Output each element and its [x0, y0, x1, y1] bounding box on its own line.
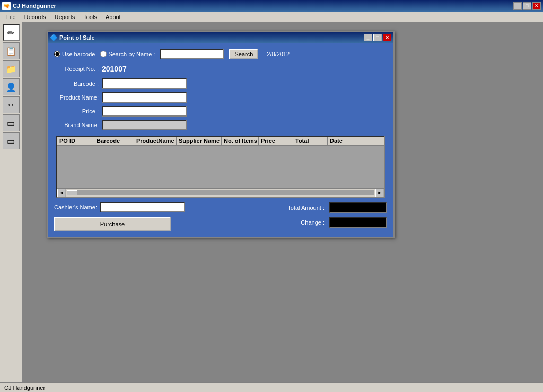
col-no-items: No. of Items [222, 137, 259, 145]
product-name-label: Product Name: [54, 94, 102, 101]
box2-icon: ▭ [7, 136, 15, 146]
product-name-row: Product Name: [54, 92, 387, 103]
app-close-button[interactable]: ✕ [532, 2, 541, 10]
dialog-titlebar: 🔷 Point of Sale _ □ ✕ [48, 32, 393, 43]
search-by-name-radio-label[interactable]: Search by Name : [100, 51, 155, 57]
price-input[interactable] [102, 106, 187, 117]
product-name-input[interactable] [102, 92, 187, 103]
app-minimize-button[interactable]: _ [513, 2, 522, 10]
col-supplier-name: Supplier Name [177, 137, 222, 145]
sidebar-icon-edit[interactable]: ✏ [3, 24, 20, 41]
col-po-id: PO ID [57, 137, 94, 145]
table-body[interactable] [57, 146, 384, 188]
total-amount-row: Total Amount : [277, 202, 387, 213]
folder-icon: 📁 [6, 64, 16, 74]
edit-icon: ✏ [7, 28, 14, 38]
statusbar-text: CJ Handgunner [4, 385, 45, 391]
arrow-icon: ↔ [7, 100, 15, 110]
main-area: 🔷 Point of Sale _ □ ✕ Use barcode Search… [22, 22, 543, 382]
menu-records[interactable]: Records [20, 13, 50, 21]
sidebar-icon-arrow[interactable]: ↔ [3, 96, 20, 113]
barcode-row: Barcode : [54, 78, 387, 89]
change-row: Change : [277, 217, 387, 228]
date-label: 2/8/2012 [267, 51, 290, 57]
menubar: File Records Reports Tools About [0, 12, 543, 22]
search-by-name-label: Search by Name : [108, 51, 155, 57]
search-row: Use barcode Search by Name : Search 2/8/… [54, 49, 387, 59]
change-label: Change : [277, 219, 325, 226]
col-price: Price [259, 137, 293, 145]
dialog-minimize-button[interactable]: _ [364, 34, 372, 41]
use-barcode-label: Use barcode [62, 51, 95, 57]
search-name-input[interactable] [160, 49, 224, 59]
col-barcode: Barcode [94, 137, 134, 145]
table-header: PO ID Barcode ProductName Supplier Name … [57, 137, 384, 146]
total-amount-label: Total Amount : [277, 204, 325, 211]
dialog-icon: 🔷 [50, 34, 57, 41]
user-icon: 👤 [6, 82, 16, 92]
menu-tools[interactable]: Tools [79, 13, 101, 21]
sidebar-icon-user[interactable]: 👤 [3, 78, 20, 95]
change-value [329, 217, 387, 228]
totals-section: Total Amount : Change : [277, 202, 387, 228]
items-table-container: PO ID Barcode ProductName Supplier Name … [56, 136, 385, 198]
brand-name-label: Brand Name: [54, 122, 102, 128]
app-icon: 🔫 [2, 2, 11, 10]
dialog-title: Point of Sale [59, 34, 364, 41]
scroll-right-button[interactable]: ► [375, 189, 384, 197]
brand-name-input[interactable] [102, 120, 187, 130]
document-icon: 📋 [6, 46, 16, 56]
total-amount-value [329, 202, 387, 213]
cashier-section: Cashier's Name: Purchase [54, 202, 272, 231]
scroll-thumb[interactable] [67, 190, 77, 195]
sidebar-icon-box1[interactable]: ▭ [3, 114, 20, 131]
use-barcode-radio[interactable] [54, 51, 60, 57]
cashier-input[interactable] [100, 202, 185, 212]
col-product-name: ProductName [134, 137, 177, 145]
receipt-row: Receipt No. : 201007 [54, 65, 387, 73]
app-titlebar: 🔫 CJ Handgunner _ □ ✕ [0, 0, 543, 12]
horizontal-scrollbar[interactable]: ◄ ► [57, 188, 384, 197]
menu-file[interactable]: File [2, 13, 20, 21]
col-date: Date [328, 137, 362, 145]
menu-reports[interactable]: Reports [50, 13, 80, 21]
menu-about[interactable]: About [101, 13, 125, 21]
dialog-close-button[interactable]: ✕ [383, 34, 391, 41]
brand-name-row: Brand Name: [54, 120, 387, 130]
purchase-button[interactable]: Purchase [54, 217, 171, 231]
sidebar: ✏ 📋 📁 👤 ↔ ▭ ▭ [0, 22, 22, 392]
receipt-label: Receipt No. : [54, 66, 102, 72]
cashier-label: Cashier's Name: [54, 204, 97, 210]
bottom-area: Cashier's Name: Purchase Total Amount : … [54, 202, 387, 231]
statusbar: CJ Handgunner [0, 382, 543, 392]
price-label: Price : [54, 108, 102, 114]
scroll-track[interactable] [67, 190, 374, 195]
use-barcode-radio-label[interactable]: Use barcode [54, 51, 95, 57]
dialog-maximize-button[interactable]: □ [373, 34, 382, 41]
barcode-label: Barcode : [54, 81, 102, 87]
app-title: CJ Handgunner [13, 3, 513, 9]
pos-dialog: 🔷 Point of Sale _ □ ✕ Use barcode Search… [47, 31, 395, 238]
box1-icon: ▭ [7, 118, 15, 128]
receipt-value: 201007 [102, 65, 127, 73]
search-button[interactable]: Search [229, 49, 258, 59]
app-titlebar-buttons: _ □ ✕ [513, 2, 541, 10]
price-row: Price : [54, 106, 387, 117]
app-maximize-button[interactable]: □ [523, 2, 531, 10]
sidebar-icon-doc[interactable]: 📋 [3, 42, 20, 59]
barcode-input[interactable] [102, 78, 187, 89]
cashier-row: Cashier's Name: [54, 202, 272, 212]
dialog-content: Use barcode Search by Name : Search 2/8/… [48, 43, 393, 237]
sidebar-icon-box2[interactable]: ▭ [3, 132, 20, 149]
col-total: Total [293, 137, 328, 145]
search-by-name-radio[interactable] [100, 51, 107, 57]
scroll-left-button[interactable]: ◄ [57, 189, 66, 197]
sidebar-icon-folder[interactable]: 📁 [3, 60, 20, 77]
dialog-buttons: _ □ ✕ [364, 34, 391, 41]
